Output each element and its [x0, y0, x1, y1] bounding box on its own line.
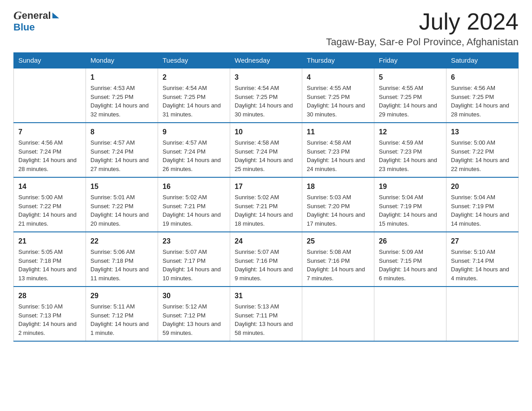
daylight-text: Daylight: 14 hours and 28 minutes. — [451, 101, 514, 119]
sunset-text: Sunset: 7:25 PM — [379, 93, 442, 102]
daylight-text: Daylight: 14 hours and 22 minutes. — [451, 156, 514, 173]
calendar-week-row: 21Sunrise: 5:05 AMSunset: 7:18 PMDayligh… — [14, 232, 519, 287]
sunset-text: Sunset: 7:22 PM — [451, 147, 514, 156]
day-number: 18 — [307, 181, 369, 192]
day-number: 22 — [90, 236, 153, 247]
calendar-cell: 9Sunrise: 4:57 AMSunset: 7:24 PMDaylight… — [158, 123, 230, 177]
calendar-cell — [446, 287, 519, 341]
daylight-text: Daylight: 14 hours and 21 minutes. — [18, 210, 81, 228]
sunrise-text: Sunrise: 5:09 AM — [379, 248, 442, 257]
calendar-cell: 19Sunrise: 5:04 AMSunset: 7:19 PMDayligh… — [374, 177, 446, 232]
calendar-week-row: 28Sunrise: 5:10 AMSunset: 7:13 PMDayligh… — [14, 287, 519, 341]
calendar-cell: 10Sunrise: 4:58 AMSunset: 7:24 PMDayligh… — [230, 123, 302, 177]
sunset-text: Sunset: 7:23 PM — [307, 147, 369, 156]
day-number: 4 — [307, 72, 369, 83]
day-number: 27 — [451, 236, 514, 247]
sunrise-text: Sunrise: 5:10 AM — [18, 302, 81, 311]
day-of-week-header: Saturday — [446, 53, 519, 68]
sunset-text: Sunset: 7:15 PM — [379, 257, 442, 265]
calendar-cell: 15Sunrise: 5:01 AMSunset: 7:22 PMDayligh… — [86, 177, 158, 232]
daylight-text: Daylight: 14 hours and 4 minutes. — [451, 265, 514, 283]
daylight-text: Daylight: 13 hours and 58 minutes. — [235, 320, 297, 337]
sunrise-text: Sunrise: 5:04 AM — [451, 193, 514, 202]
day-number: 23 — [163, 236, 225, 247]
sunset-text: Sunset: 7:18 PM — [90, 257, 153, 265]
daylight-text: Daylight: 14 hours and 27 minutes. — [90, 156, 153, 173]
calendar-cell: 1Sunrise: 4:53 AMSunset: 7:25 PMDaylight… — [86, 68, 158, 123]
sunset-text: Sunset: 7:13 PM — [18, 311, 81, 320]
calendar-cell: 30Sunrise: 5:12 AMSunset: 7:12 PMDayligh… — [158, 287, 230, 341]
daylight-text: Daylight: 14 hours and 32 minutes. — [90, 101, 153, 119]
daylight-text: Daylight: 14 hours and 2 minutes. — [18, 320, 81, 337]
sunrise-text: Sunrise: 4:53 AM — [90, 84, 153, 93]
sunset-text: Sunset: 7:21 PM — [235, 202, 297, 211]
sunset-text: Sunset: 7:24 PM — [90, 147, 153, 156]
sunrise-text: Sunrise: 5:05 AM — [18, 248, 81, 257]
day-number: 25 — [307, 236, 369, 247]
day-number: 1 — [90, 72, 153, 83]
calendar-cell: 25Sunrise: 5:08 AMSunset: 7:16 PMDayligh… — [302, 232, 374, 287]
calendar-header-row: SundayMondayTuesdayWednesdayThursdayFrid… — [14, 53, 519, 68]
daylight-text: Daylight: 14 hours and 26 minutes. — [163, 156, 225, 173]
calendar-cell: 3Sunrise: 4:54 AMSunset: 7:25 PMDaylight… — [230, 68, 302, 123]
calendar-cell: 23Sunrise: 5:07 AMSunset: 7:17 PMDayligh… — [158, 232, 230, 287]
day-number: 26 — [379, 236, 442, 247]
sunset-text: Sunset: 7:14 PM — [451, 257, 514, 265]
sunrise-text: Sunrise: 5:00 AM — [18, 193, 81, 202]
day-of-week-header: Friday — [374, 53, 446, 68]
day-number: 15 — [90, 181, 153, 192]
calendar-cell: 21Sunrise: 5:05 AMSunset: 7:18 PMDayligh… — [14, 232, 86, 287]
day-number: 9 — [163, 127, 225, 137]
calendar-cell: 27Sunrise: 5:10 AMSunset: 7:14 PMDayligh… — [446, 232, 519, 287]
day-number: 12 — [379, 127, 442, 137]
calendar-cell: 17Sunrise: 5:02 AMSunset: 7:21 PMDayligh… — [230, 177, 302, 232]
calendar-cell: 28Sunrise: 5:10 AMSunset: 7:13 PMDayligh… — [14, 287, 86, 341]
calendar-cell: 20Sunrise: 5:04 AMSunset: 7:19 PMDayligh… — [446, 177, 519, 232]
daylight-text: Daylight: 14 hours and 6 minutes. — [379, 265, 442, 283]
calendar-cell: 8Sunrise: 4:57 AMSunset: 7:24 PMDaylight… — [86, 123, 158, 177]
calendar-week-row: 14Sunrise: 5:00 AMSunset: 7:22 PMDayligh… — [14, 177, 519, 232]
daylight-text: Daylight: 14 hours and 19 minutes. — [163, 210, 225, 228]
daylight-text: Daylight: 14 hours and 1 minute. — [90, 320, 153, 337]
calendar-cell: 4Sunrise: 4:55 AMSunset: 7:25 PMDaylight… — [302, 68, 374, 123]
daylight-text: Daylight: 14 hours and 30 minutes. — [235, 101, 297, 119]
day-number: 11 — [307, 127, 369, 137]
calendar-table: SundayMondayTuesdayWednesdayThursdayFrid… — [13, 52, 519, 342]
sunrise-text: Sunrise: 4:58 AM — [307, 138, 369, 147]
sunset-text: Sunset: 7:12 PM — [163, 311, 225, 320]
sunset-text: Sunset: 7:20 PM — [307, 202, 369, 211]
day-number: 3 — [235, 72, 297, 83]
day-number: 2 — [163, 72, 225, 83]
sunset-text: Sunset: 7:24 PM — [18, 147, 81, 156]
daylight-text: Daylight: 14 hours and 7 minutes. — [307, 265, 369, 283]
daylight-text: Daylight: 14 hours and 9 minutes. — [235, 265, 297, 283]
logo: G eneral Blue — [13, 9, 59, 33]
logo-arrow-icon — [52, 13, 59, 18]
sunrise-text: Sunrise: 5:08 AM — [307, 248, 369, 257]
day-number: 8 — [90, 127, 153, 137]
sunrise-text: Sunrise: 4:59 AM — [379, 138, 442, 147]
daylight-text: Daylight: 14 hours and 20 minutes. — [90, 210, 153, 228]
sunset-text: Sunset: 7:24 PM — [235, 147, 297, 156]
sunset-text: Sunset: 7:24 PM — [163, 147, 225, 156]
sunset-text: Sunset: 7:16 PM — [235, 257, 297, 265]
sunset-text: Sunset: 7:25 PM — [235, 93, 297, 102]
calendar-cell — [302, 287, 374, 341]
sunset-text: Sunset: 7:11 PM — [235, 311, 297, 320]
calendar-cell: 26Sunrise: 5:09 AMSunset: 7:15 PMDayligh… — [374, 232, 446, 287]
day-number: 5 — [379, 72, 442, 83]
calendar-cell: 2Sunrise: 4:54 AMSunset: 7:25 PMDaylight… — [158, 68, 230, 123]
sunrise-text: Sunrise: 4:55 AM — [307, 84, 369, 93]
calendar-cell: 22Sunrise: 5:06 AMSunset: 7:18 PMDayligh… — [86, 232, 158, 287]
calendar-week-row: 7Sunrise: 4:56 AMSunset: 7:24 PMDaylight… — [14, 123, 519, 177]
sunset-text: Sunset: 7:22 PM — [18, 202, 81, 211]
page-header: G eneral Blue July 2024 Tagaw-Bay, Sar-e… — [13, 9, 519, 48]
sunrise-text: Sunrise: 5:06 AM — [90, 248, 153, 257]
calendar-cell: 14Sunrise: 5:00 AMSunset: 7:22 PMDayligh… — [14, 177, 86, 232]
daylight-text: Daylight: 14 hours and 31 minutes. — [163, 101, 225, 119]
daylight-text: Daylight: 14 hours and 23 minutes. — [379, 156, 442, 173]
calendar-week-row: 1Sunrise: 4:53 AMSunset: 7:25 PMDaylight… — [14, 68, 519, 123]
day-number: 6 — [451, 72, 514, 83]
sunrise-text: Sunrise: 5:07 AM — [163, 248, 225, 257]
sunset-text: Sunset: 7:25 PM — [451, 93, 514, 102]
